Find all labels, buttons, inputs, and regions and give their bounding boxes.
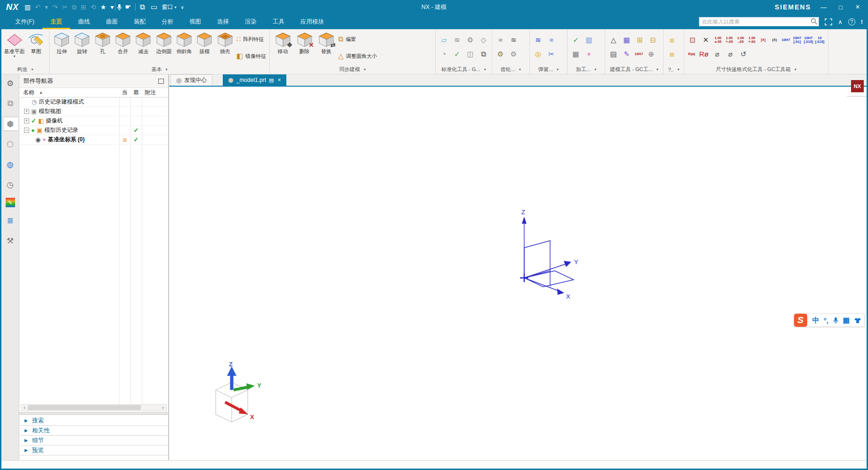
- tolerance-lower-icon[interactable]: 1.00 -.05: [736, 34, 746, 46]
- paren-dim-icon[interactable]: (X): [770, 34, 779, 46]
- section-dependencies[interactable]: ▶ 相关性: [19, 426, 168, 436]
- ribbon-group-standards-label[interactable]: 标准化工具 - G... ▾: [436, 65, 492, 74]
- ime-mic-icon[interactable]: [833, 317, 839, 324]
- panel-splitter[interactable]: [19, 412, 168, 415]
- tree-row-cameras[interactable]: + ✓ ◧ 摄像机: [19, 116, 168, 126]
- tab-discover-center[interactable]: ◎ 发现中心: [170, 74, 212, 86]
- layer-settings-icon[interactable]: ⚙: [464, 34, 476, 46]
- sidebar-visual-reports[interactable]: ✎: [6, 198, 15, 207]
- paste-special-icon[interactable]: ⟲: [90, 3, 96, 11]
- standards-check-icon[interactable]: ✓: [451, 48, 463, 60]
- part-check-icon[interactable]: ◫: [464, 48, 476, 60]
- view-triad[interactable]: Z Y X: [203, 361, 268, 424]
- process-sheet-icon[interactable]: ▥: [583, 34, 595, 46]
- maximize-button[interactable]: □: [836, 4, 845, 11]
- tree-row-model-views[interactable]: + ▣ 模型视图: [19, 107, 168, 116]
- collapse-icon[interactable]: −: [24, 128, 29, 133]
- touch-mode-icon[interactable]: ☛: [122, 1, 134, 13]
- grid-part-icon[interactable]: ▦: [570, 48, 582, 60]
- redo-icon[interactable]: ↷: [52, 3, 58, 11]
- tree-row-model-history[interactable]: − ● ▣ 模型历史记录 ✓: [19, 126, 168, 135]
- gear-modify-icon[interactable]: ≋: [508, 34, 519, 46]
- no-diameter2-icon[interactable]: ⌀: [724, 48, 736, 60]
- modeling-viewport[interactable]: Z Y X: [169, 87, 867, 460]
- section-details[interactable]: ▶ 细节: [19, 436, 168, 446]
- copy-icon[interactable]: ⧉: [72, 3, 76, 11]
- fit-10h7-lim1-icon[interactable]: 10H7 [.01]: [792, 34, 802, 46]
- sidebar-templates[interactable]: ≣: [3, 213, 18, 227]
- nx-fullscreen-badge[interactable]: NX: [851, 80, 864, 92]
- sketch-button[interactable]: 草图: [25, 31, 47, 55]
- cascade-windows-icon[interactable]: ⧉: [137, 1, 148, 13]
- scrollbar-thumb[interactable]: [28, 405, 141, 410]
- menu-tab-file[interactable]: 文件(F): [7, 14, 42, 29]
- sidebar-web-browser[interactable]: ◍: [3, 157, 18, 171]
- machining-csys-icon[interactable]: ⌖: [583, 48, 595, 60]
- folder-add-icon[interactable]: ⊞: [634, 34, 646, 46]
- no-diameter-icon[interactable]: ⌀: [711, 48, 723, 60]
- ribbon-group-spring-label[interactable]: 弹簧... ▾: [530, 65, 567, 74]
- clear-tolerance-icon[interactable]: ✕: [700, 34, 712, 46]
- menu-tab-surface[interactable]: 曲面: [98, 14, 126, 29]
- table-annotation-icon[interactable]: ▦: [621, 34, 633, 46]
- voice-command-icon[interactable]: [116, 4, 122, 11]
- eye-icon[interactable]: ◉: [35, 136, 41, 143]
- cube-stack-alt-icon[interactable]: ⧈: [666, 48, 678, 60]
- favorites-dropdown-icon[interactable]: ▾: [111, 3, 114, 11]
- fit-10h7-icon[interactable]: 10H7: [781, 34, 791, 46]
- ribbon-group-basic-label[interactable]: 基本 ▾: [49, 65, 269, 74]
- ribbon-group-synchronous-label[interactable]: 同步建模 ▾: [270, 65, 435, 74]
- favorites-icon[interactable]: ★: [100, 3, 106, 11]
- scroll-left-icon[interactable]: ‹: [21, 405, 28, 410]
- ribbon-group-construct-label[interactable]: 构造 ▾: [1, 65, 49, 74]
- minimize-ribbon-icon[interactable]: ∧: [838, 18, 843, 25]
- fit-binocular-icon[interactable]: 10H7: [634, 48, 644, 60]
- note-icon[interactable]: ▤: [608, 48, 619, 60]
- cut-spring-icon[interactable]: ✂: [545, 48, 557, 60]
- gear-design-icon[interactable]: ≈: [495, 34, 506, 46]
- ribbon-group-gc-modeling-label[interactable]: 建模工具 - GC工... ▾: [605, 65, 663, 74]
- menu-tab-home[interactable]: 主页: [42, 14, 70, 29]
- tree-row-history-mode[interactable]: ◷ 历史记录建模模式: [19, 97, 168, 107]
- expand-icon[interactable]: +: [24, 118, 29, 123]
- pattern-feature-button[interactable]: ∷ 阵列特征: [236, 32, 266, 47]
- delete-face-button[interactable]: ✕ 删除: [294, 31, 315, 55]
- column-latest[interactable]: 最: [130, 89, 142, 97]
- search-icon[interactable]: [811, 18, 818, 25]
- fullscreen-icon[interactable]: [825, 18, 832, 25]
- cut-icon[interactable]: ✂: [62, 3, 68, 11]
- gear-pair-icon[interactable]: ⚙: [508, 48, 519, 60]
- tree-row-datum-csys[interactable]: ◉ ⌖ 基准坐标系 (0) ⊞ ✓: [19, 135, 168, 145]
- scroll-right-icon[interactable]: ›: [160, 405, 166, 410]
- dim-style-icon[interactable]: ⊡: [687, 34, 698, 46]
- minimize-button[interactable]: —: [819, 4, 828, 11]
- ribbon-group-dim-format-label[interactable]: 尺寸快速格式化工具 - GC工具箱 ▾: [684, 65, 828, 74]
- undo-icon[interactable]: ↶: [35, 3, 41, 11]
- column-comment[interactable]: 附注: [142, 89, 168, 97]
- doc-transfer-icon[interactable]: ⧉: [478, 48, 489, 60]
- menu-tab-assemblies[interactable]: 装配: [126, 14, 154, 29]
- alert-icon[interactable]: !: [861, 18, 863, 25]
- menu-tab-render[interactable]: 渲染: [237, 14, 265, 29]
- unite-button[interactable]: 合并: [113, 31, 133, 55]
- close-tab-icon[interactable]: ×: [277, 77, 281, 83]
- section-preview[interactable]: ▶ 预览: [19, 446, 168, 455]
- sidebar-navigation-gear[interactable]: ⚙: [3, 76, 18, 90]
- save-icon[interactable]: ▥: [24, 3, 31, 11]
- folder-link-icon[interactable]: ⊟: [647, 34, 659, 46]
- tolerance-limits-icon[interactable]: 1.00 +.00: [747, 34, 757, 46]
- ribbon-group-misc-label[interactable]: ?.. ▾: [664, 65, 684, 74]
- resize-blend-button[interactable]: △ 调整圆角大小: [338, 49, 377, 64]
- draft-button[interactable]: 拔模: [195, 31, 214, 55]
- menu-tab-application[interactable]: 应用模块: [292, 14, 332, 29]
- stretch-spring-icon[interactable]: ≈: [545, 34, 557, 46]
- sidebar-history[interactable]: ◷: [3, 178, 18, 192]
- sidebar-constraint-navigator[interactable]: ⬡: [3, 137, 18, 151]
- extrude-button[interactable]: 拉伸: [52, 31, 72, 55]
- triangle-tool-icon[interactable]: △: [608, 34, 619, 46]
- sketch-frame-icon[interactable]: ▱: [438, 34, 450, 46]
- revolve-button[interactable]: 旋转: [72, 31, 92, 55]
- view-check-icon[interactable]: ◔: [438, 48, 450, 60]
- new-window-icon[interactable]: ▭: [148, 1, 160, 13]
- menu-tab-view[interactable]: 视图: [181, 14, 209, 29]
